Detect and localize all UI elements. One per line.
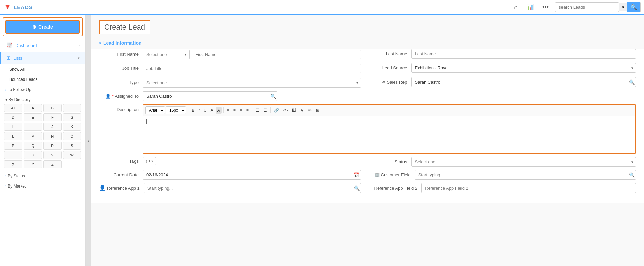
- sidebar-item-to-follow-up[interactable]: › To Follow Up: [0, 85, 85, 95]
- list-ol-btn[interactable]: ☰: [262, 107, 269, 114]
- dir-j[interactable]: J: [43, 123, 62, 131]
- dir-v[interactable]: V: [43, 151, 62, 159]
- search-dropdown-btn[interactable]: ▾: [619, 3, 627, 11]
- status-label: Status: [374, 159, 411, 164]
- search-input[interactable]: [555, 2, 619, 12]
- font-size-select[interactable]: 15px: [166, 106, 186, 114]
- dir-w[interactable]: W: [63, 151, 82, 159]
- font-family-select[interactable]: Arial: [145, 106, 165, 114]
- underline-btn[interactable]: U: [202, 107, 208, 114]
- sidebar-subitem-show-all[interactable]: Show All: [0, 64, 85, 74]
- dir-g[interactable]: G: [63, 113, 82, 121]
- create-button[interactable]: ⊕ Create: [5, 20, 80, 34]
- toolbar-sep-1: [188, 107, 188, 113]
- dir-z[interactable]: Z: [43, 160, 62, 168]
- section-header[interactable]: ▾ Lead Information: [91, 37, 644, 49]
- italic-btn[interactable]: I: [197, 107, 201, 114]
- bg-color-btn[interactable]: A: [216, 107, 222, 114]
- dir-m[interactable]: M: [24, 132, 42, 140]
- customer-field-label-container: 🏢 Customer Field: [374, 172, 415, 177]
- description-label: Description: [99, 104, 143, 112]
- list-ul-btn[interactable]: ☰: [254, 107, 261, 114]
- ref-app1-label-container: 👤 Reference App 1: [99, 185, 144, 191]
- image-btn[interactable]: 🖼: [290, 107, 298, 114]
- chart-button[interactable]: 📊: [524, 2, 536, 12]
- sidebar-item-dashboard[interactable]: 📈 Dashboard ›: [0, 39, 85, 52]
- align-center-btn[interactable]: ≡: [232, 107, 237, 114]
- brand-logo: 🔻 LEADS: [3, 3, 33, 11]
- arrow-right-icon: ›: [5, 88, 6, 92]
- sidebar-subitem-bounced[interactable]: Bounced Leads: [0, 74, 85, 85]
- assigned-to-label: Assigned To: [115, 94, 139, 99]
- home-button[interactable]: ⌂: [511, 2, 520, 12]
- customer-field-search-btn[interactable]: 🔍: [629, 172, 635, 178]
- align-justify-btn[interactable]: ≡: [245, 107, 250, 114]
- main-layout: ⊕ Create 📈 Dashboard › ⊞ Lists ▾ Show Al…: [0, 15, 644, 266]
- dir-r[interactable]: R: [43, 142, 62, 150]
- assigned-icon: 👤: [105, 94, 111, 99]
- customer-field-input[interactable]: [415, 170, 636, 180]
- calendar-btn[interactable]: 📅: [353, 172, 359, 178]
- align-left-btn[interactable]: ≡: [225, 107, 231, 114]
- sales-rep-input[interactable]: [411, 77, 636, 87]
- page-title: Create Lead: [99, 20, 150, 34]
- dir-all[interactable]: All: [4, 104, 22, 112]
- bold-btn[interactable]: B: [190, 107, 196, 114]
- first-name-input[interactable]: [192, 50, 361, 59]
- lists-icon: ⊞: [6, 55, 11, 61]
- dir-x[interactable]: X: [4, 160, 22, 168]
- table-btn[interactable]: ⊞: [314, 107, 321, 114]
- code-btn[interactable]: </>: [281, 108, 289, 113]
- sales-rep-search-btn[interactable]: 🔍: [629, 79, 635, 85]
- preview-btn[interactable]: 👁: [306, 107, 314, 114]
- last-name-input[interactable]: [411, 49, 636, 59]
- align-right-btn[interactable]: ≡: [238, 107, 244, 114]
- status-select[interactable]: Select one: [411, 157, 636, 167]
- text-color-btn[interactable]: A: [209, 107, 215, 114]
- dir-y[interactable]: Y: [24, 160, 42, 168]
- lead-source-select[interactable]: Exhibition - Royal: [411, 63, 636, 73]
- dir-i[interactable]: I: [24, 123, 42, 131]
- search-go-btn[interactable]: 🔍: [627, 2, 640, 12]
- job-title-input[interactable]: [143, 64, 361, 73]
- dir-l[interactable]: L: [4, 132, 22, 140]
- assigned-to-search-btn[interactable]: 🔍: [270, 94, 276, 99]
- arrow-down-icon: ▾: [5, 97, 7, 102]
- dir-q[interactable]: Q: [24, 142, 42, 150]
- show-all-label: Show All: [9, 67, 25, 72]
- dir-o[interactable]: O: [63, 132, 82, 140]
- dir-k[interactable]: K: [63, 123, 82, 131]
- dir-c[interactable]: C: [63, 104, 82, 112]
- dir-n[interactable]: N: [43, 132, 62, 140]
- ref-app1-input[interactable]: [144, 183, 361, 193]
- dir-s[interactable]: S: [63, 142, 82, 150]
- by-directory-label[interactable]: ▾ By Directory: [4, 97, 81, 102]
- dir-f[interactable]: F: [43, 113, 62, 121]
- tags-btn[interactable]: 🏷 ▾: [143, 157, 156, 165]
- sales-rep-label: Sales Rep: [387, 79, 407, 85]
- link-btn[interactable]: 🔗: [272, 107, 281, 114]
- dir-t[interactable]: T: [4, 151, 22, 159]
- assigned-to-input[interactable]: [143, 91, 277, 101]
- sidebar-item-by-market[interactable]: › By Market: [0, 181, 85, 191]
- dir-p[interactable]: P: [4, 142, 22, 150]
- ref-app1-search-btn[interactable]: 🔍: [354, 185, 360, 191]
- sidebar-item-lists[interactable]: ⊞ Lists ▾: [0, 52, 85, 64]
- dir-d[interactable]: D: [4, 113, 22, 121]
- dir-b[interactable]: B: [43, 104, 62, 112]
- sidebar-toggle-btn[interactable]: ‹: [86, 15, 91, 266]
- chevron-right-icon: ›: [78, 43, 80, 47]
- more-button[interactable]: •••: [540, 2, 551, 12]
- current-date-input[interactable]: [143, 170, 361, 180]
- lead-source-label: Lead Source: [374, 65, 411, 70]
- editor-content[interactable]: |: [143, 116, 635, 153]
- dir-e[interactable]: E: [24, 113, 42, 121]
- print-btn[interactable]: 🖨: [298, 107, 306, 114]
- dir-u[interactable]: U: [24, 151, 42, 159]
- dir-h[interactable]: H: [4, 123, 22, 131]
- type-select[interactable]: Select one: [143, 78, 361, 88]
- ref-app2-input[interactable]: [421, 183, 636, 193]
- first-name-prefix-select[interactable]: Select one: [143, 50, 190, 59]
- dir-a[interactable]: A: [24, 104, 42, 112]
- sidebar-item-by-status[interactable]: › By Status: [0, 171, 85, 181]
